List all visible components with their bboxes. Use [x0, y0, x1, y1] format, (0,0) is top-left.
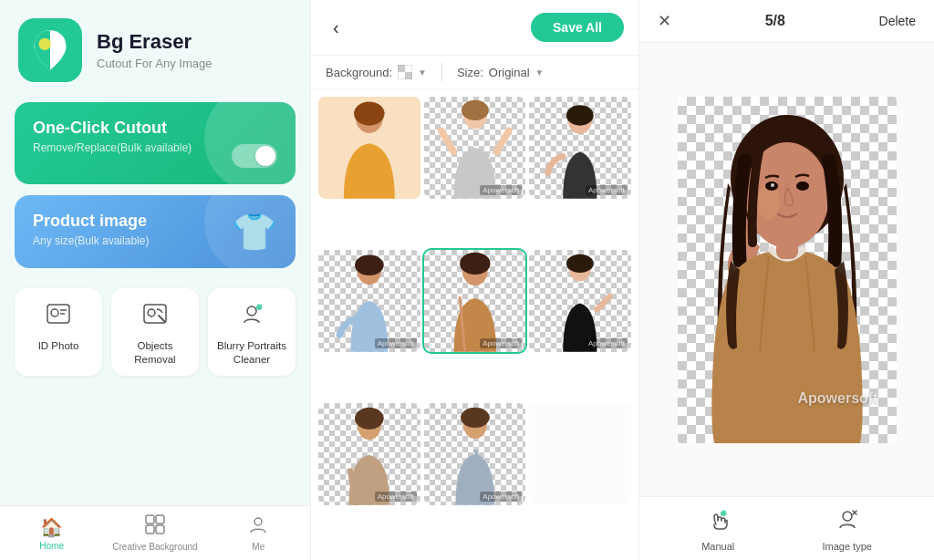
grid-item-4[interactable]: Apowersoft [318, 250, 420, 352]
cutout-card-title: One-Click Cutout [33, 119, 277, 138]
grid-watermark-3: Apowersoft [586, 185, 628, 195]
svg-line-37 [597, 296, 610, 309]
grid-watermark-6: Apowersoft [586, 338, 628, 348]
svg-rect-21 [398, 72, 405, 79]
grid-watermark-5: Apowersoft [480, 338, 522, 348]
toolbar-divider [441, 63, 442, 81]
svg-line-28 [496, 130, 509, 151]
background-label: Background: [326, 66, 392, 79]
svg-point-46 [796, 181, 809, 191]
grid-item-2[interactable]: Apowersoft [424, 97, 526, 199]
grid-item-5[interactable]: Apowersoft [424, 250, 526, 352]
tool-blurry-portraits[interactable]: Blurry Portraits Cleaner [208, 288, 296, 376]
image-type-label: Image type [822, 541, 871, 552]
middle-header: ‹ Save All [311, 0, 638, 56]
svg-point-47 [771, 183, 774, 187]
svg-point-32 [355, 255, 384, 275]
svg-point-34 [460, 253, 491, 275]
home-icon: 🏠 [40, 516, 63, 538]
tool-objects-removal[interactable]: Objects Removal [111, 288, 199, 376]
svg-line-27 [441, 130, 453, 151]
svg-point-7 [148, 309, 155, 316]
grid-watermark-8: Apowersoft [480, 492, 522, 502]
manual-tool[interactable]: Manual [701, 506, 734, 552]
svg-point-39 [355, 408, 384, 430]
grid-item-empty [529, 403, 631, 505]
me-icon [248, 514, 268, 539]
manual-label: Manual [701, 541, 734, 552]
preview-watermark: Apowersoft [798, 390, 878, 407]
grid-item-3[interactable]: Apowersoft [529, 97, 631, 199]
svg-point-30 [566, 105, 594, 125]
nav-creative-label: Creative Background [112, 542, 197, 552]
background-chevron-icon: ▼ [418, 67, 427, 78]
tool-grid: ID Photo Objects Removal [0, 279, 310, 385]
right-header: ✕ 5/8 Delete [639, 0, 934, 43]
nav-creative[interactable]: Creative Background [103, 509, 206, 557]
bottom-nav: 🏠 Home Creative Background Me [0, 505, 310, 560]
grid-item-6[interactable]: Apowersoft [529, 250, 631, 352]
grid-watermark-4: Apowersoft [375, 338, 417, 348]
right-panel: ✕ 5/8 Delete [638, 0, 934, 560]
app-subtitle: Cutout For Any Image [97, 57, 212, 70]
cutout-toggle[interactable] [232, 144, 277, 168]
woman-figure: Apowersoft [678, 97, 897, 443]
objects-removal-icon [142, 301, 168, 332]
tool-objects-removal-label: Objects Removal [119, 339, 192, 367]
product-card[interactable]: Product image Any size(Bulk available) 👕 [15, 195, 296, 268]
preview-container: Apowersoft [678, 97, 897, 443]
svg-line-12 [261, 305, 262, 306]
app-title: Bg Eraser [97, 30, 212, 54]
image-type-icon [835, 506, 860, 537]
size-selector[interactable]: Size: Original ▼ [457, 66, 545, 79]
background-selector[interactable]: Background: ▼ [326, 65, 427, 79]
cutout-card[interactable]: One-Click Cutout Remove/Replace(Bulk ava… [15, 102, 296, 184]
svg-rect-19 [405, 72, 412, 79]
back-button[interactable]: ‹ [326, 14, 347, 42]
svg-point-26 [462, 100, 489, 120]
image-type-tool[interactable]: Image type [822, 506, 871, 552]
cutout-card-subtitle: Remove/Replace(Bulk available) [33, 141, 277, 154]
nav-home-label: Home [39, 541, 64, 551]
svg-point-3 [51, 309, 58, 316]
page-counter: 5/8 [765, 13, 785, 29]
image-grid: Apowersoft Apowersoft [311, 89, 638, 560]
delete-button[interactable]: Delete [879, 14, 916, 28]
svg-point-50 [843, 512, 852, 521]
svg-rect-15 [146, 525, 154, 534]
size-chevron-icon: ▼ [535, 67, 545, 78]
tool-id-photo[interactable]: ID Photo [15, 288, 102, 376]
close-button[interactable]: ✕ [658, 11, 671, 31]
feature-cards: One-Click Cutout Remove/Replace(Bulk ava… [0, 91, 310, 279]
blurry-portraits-icon [239, 301, 265, 332]
toggle-thumb [255, 146, 275, 166]
grid-item-7[interactable]: Apowersoft [318, 403, 420, 505]
svg-rect-16 [156, 525, 164, 534]
nav-home[interactable]: 🏠 Home [0, 511, 103, 556]
svg-point-8 [247, 306, 256, 316]
size-label: Size: [457, 66, 483, 79]
toolbar-row: Background: ▼ Size: Original ▼ [311, 56, 638, 89]
id-photo-icon [46, 301, 71, 332]
grid-item-1[interactable] [318, 97, 420, 199]
tool-blurry-portraits-label: Blurry Portraits Cleaner [215, 339, 288, 367]
svg-point-17 [254, 518, 262, 525]
nav-me-label: Me [252, 542, 265, 552]
svg-point-36 [566, 254, 594, 273]
right-footer: Manual Image type [639, 496, 934, 560]
nav-me[interactable]: Me [207, 509, 310, 557]
main-preview-area: Apowersoft [639, 43, 934, 496]
grid-item-8[interactable]: Apowersoft [424, 403, 526, 505]
left-header: Bg Eraser Cutout For Any Image [0, 0, 310, 91]
creative-bg-icon [145, 514, 165, 539]
svg-point-1 [39, 38, 51, 50]
tool-id-photo-label: ID Photo [38, 339, 79, 353]
svg-rect-18 [398, 65, 405, 72]
svg-rect-0 [35, 30, 51, 69]
save-all-button[interactable]: Save All [531, 13, 624, 42]
app-title-block: Bg Eraser Cutout For Any Image [97, 30, 212, 70]
svg-rect-48 [776, 241, 798, 259]
manual-icon [705, 506, 731, 537]
middle-panel: ‹ Save All Background: ▼ Size: Original … [310, 0, 638, 560]
grid-watermark-7: Apowersoft [375, 492, 417, 502]
